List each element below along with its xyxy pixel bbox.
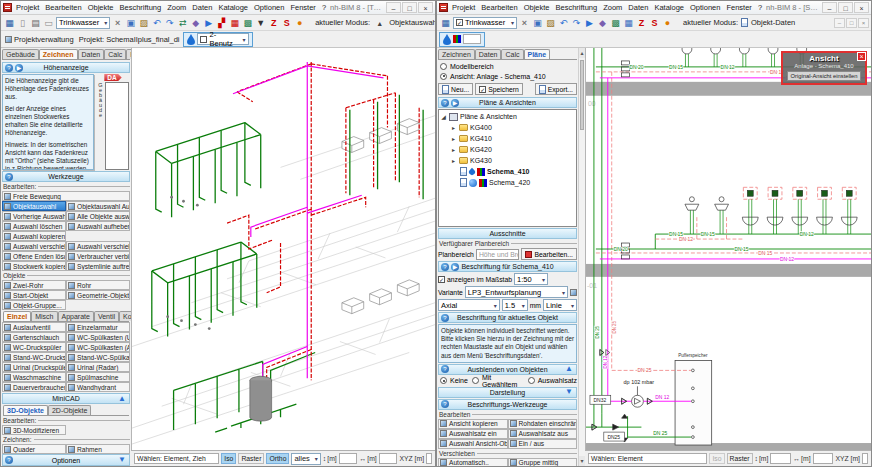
tree-folder-kg420[interactable]: ▸KG420 (440, 144, 575, 155)
tree-folder-kg410[interactable]: ▸KG410 (440, 133, 575, 144)
collapse-up-icon[interactable]: ▲ (118, 395, 126, 403)
menu-item[interactable]: Kataloge (218, 3, 248, 12)
ansicht-radio[interactable] (440, 73, 447, 80)
frame-icon[interactable]: ▭ (42, 16, 55, 29)
help-icon[interactable]: ? (441, 365, 449, 373)
minimize-button[interactable]: – (386, 2, 401, 13)
mit-gewaehltem-radio[interactable] (472, 377, 479, 384)
tree-item-schema-420[interactable]: Schema_420 (440, 177, 575, 188)
menu-item[interactable]: Daten (192, 3, 212, 12)
tool-button[interactable]: Freie Bewegung (2, 191, 130, 201)
menu-item[interactable]: ? (322, 3, 326, 12)
tool-button[interactable]: Ein / aus (508, 439, 578, 449)
help-icon[interactable]: ? (441, 263, 449, 271)
paste-icon[interactable]: ▨ (544, 16, 557, 29)
tree-root[interactable]: ◢Pläne & Ansichten (440, 111, 575, 122)
mdi-close-button[interactable]: × (858, 18, 869, 28)
collapse-up-icon[interactable]: ▲ (565, 365, 573, 373)
grid-blue-icon[interactable]: ▦ (622, 16, 635, 29)
fixture-tab[interactable]: Ventil (94, 311, 119, 321)
tool-button[interactable]: Rohr (66, 280, 130, 290)
panel-tab[interactable]: Calc (501, 49, 523, 59)
shape-button[interactable]: Quader (2, 444, 66, 454)
overlay-close-icon[interactable]: × (857, 52, 866, 61)
fixture-button[interactable]: Spülmaschine (66, 372, 130, 382)
mdi-minimize-button[interactable]: – (834, 18, 845, 28)
tool-button[interactable]: Objektauswahl (2, 201, 66, 211)
help-icon[interactable]: ? (5, 173, 13, 181)
zoom-window-icon[interactable]: Z (267, 16, 280, 29)
expand-icon[interactable]: ◢ (440, 113, 447, 120)
size-combo[interactable]: 1.5 (502, 299, 528, 311)
bearbeiten-button[interactable]: Bearbeiten... (521, 248, 577, 260)
menu-item[interactable]: Bearbeiten (481, 3, 517, 12)
expand-icon[interactable]: ▸ (450, 135, 457, 142)
variante-combo[interactable]: LP3_Entwurfsplanung (465, 286, 568, 298)
original-ansicht-button[interactable]: Original-Ansicht einstellen (787, 71, 860, 81)
tool-button[interactable]: Vorherige Auswahl (2, 211, 66, 221)
tool-button[interactable]: Ansicht kopieren (438, 419, 508, 429)
maximize-button[interactable]: □ (402, 2, 417, 13)
panel-tab[interactable]: Pläne (524, 49, 551, 59)
expand-icon[interactable]: ▸ (450, 157, 457, 164)
menu-item[interactable]: Fenster (290, 3, 315, 12)
tool-button[interactable]: Auswahl kopieren (2, 231, 66, 241)
help-icon[interactable]: ? (441, 99, 449, 107)
menu-item[interactable]: Projekt (452, 3, 475, 12)
tool-button[interactable]: Rohdaten einschränken... (508, 419, 578, 429)
keine-radio[interactable] (440, 377, 447, 384)
auswahlsatz-radio[interactable] (528, 377, 535, 384)
menu-item[interactable]: Beschriftung (555, 3, 597, 12)
stop-icon[interactable]: ● (293, 16, 306, 29)
tool-button[interactable]: Auswahl aufheben (66, 221, 130, 231)
pipes-icon[interactable] (453, 35, 461, 43)
fixture-button[interactable]: WC-Druckspüler (2, 342, 66, 352)
panel-scrollbar[interactable]: ▴ ▾ (578, 48, 585, 466)
filter-icon[interactable]: ▼ (254, 16, 267, 29)
fixture-button[interactable]: Auslaufventil (2, 322, 66, 332)
system-combo[interactable]: Trinkwasser (56, 17, 110, 29)
redo-icon[interactable]: ↷ (570, 16, 583, 29)
menu-item[interactable]: Beschriftung (119, 3, 161, 12)
model-canvas[interactable] (131, 48, 435, 450)
panel-tab[interactable]: Zeichnen (438, 49, 475, 59)
minicad-tab[interactable]: 2D-Objekte (48, 405, 91, 415)
ortho-toggle[interactable]: Ortho (266, 453, 289, 464)
tool-button[interactable]: Objekt-Gruppe... (2, 300, 66, 310)
palette-icon[interactable]: ▩ (241, 16, 254, 29)
tool-button[interactable]: 3D-Modifizieren (2, 425, 66, 435)
raster-toggle[interactable]: Raster (727, 453, 753, 464)
minicad-tab[interactable]: 3D-Objekte (3, 405, 48, 415)
tool-button[interactable]: Auswahlsatz ein (438, 429, 508, 439)
panel-tab[interactable]: Calc (104, 49, 126, 59)
fixture-button[interactable]: Dauerverbraucher (2, 382, 66, 392)
fixture-button[interactable]: Stand-WC-Spülkasten (66, 352, 130, 362)
scrollbar-thumb[interactable] (580, 60, 584, 130)
minimize-button[interactable]: – (822, 2, 837, 13)
tree-item-schema-410[interactable]: Schema_410 (440, 166, 575, 177)
play-icon[interactable]: ▶ (451, 263, 459, 271)
panel-tab[interactable]: Daten (475, 49, 502, 59)
fixture-button[interactable]: Urinal (Druckspüler) (2, 362, 66, 372)
close-button[interactable]: × (854, 2, 869, 13)
fixture-button[interactable]: Wandhydrant (66, 382, 130, 392)
copy-icon[interactable]: ▣ (531, 16, 544, 29)
play-icon[interactable]: ▶ (451, 99, 459, 107)
help-icon[interactable]: ? (441, 400, 449, 408)
tree-folder-kg400[interactable]: ▸KG400 (440, 122, 575, 133)
tool-button[interactable]: Systemlinie auftrennen (66, 261, 130, 271)
paste-icon[interactable]: ▨ (137, 16, 150, 29)
tool-button[interactable]: Zwei-Rohr (2, 280, 66, 290)
variante-settings-icon[interactable] (570, 289, 577, 296)
speichern-button[interactable]: ✓Speichern (475, 83, 523, 95)
tool-button[interactable]: Auswahl löschen (2, 221, 66, 231)
massstab-checkbox[interactable]: ✓ (438, 276, 445, 283)
zoom-window-icon[interactable]: Z (635, 16, 648, 29)
fixture-button[interactable]: Waschmaschine (2, 372, 66, 382)
storey-listbox[interactable] (105, 82, 129, 170)
print-icon[interactable]: ▤ (29, 16, 42, 29)
grid-red-icon[interactable]: ▦ (228, 16, 241, 29)
palette-icon[interactable]: ▩ (609, 16, 622, 29)
iso-toggle[interactable]: Iso (221, 453, 236, 464)
panel-tab[interactable]: Daten (78, 49, 105, 59)
